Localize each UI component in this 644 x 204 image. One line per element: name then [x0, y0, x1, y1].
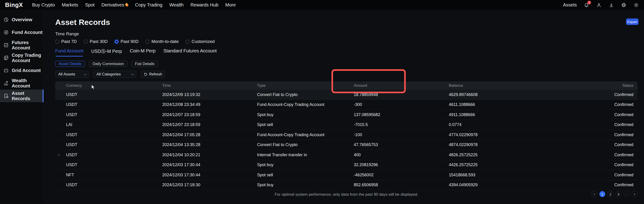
subtab-asset-details[interactable]: Asset Details — [55, 61, 85, 67]
pagination-pages: 123 — [599, 191, 622, 197]
notifications-bell-icon[interactable]: 1 — [584, 2, 589, 8]
pagination-page-button[interactable]: 2 — [608, 191, 614, 197]
cell-currency: USDT — [66, 112, 77, 117]
pagination-page-button[interactable]: 3 — [616, 191, 622, 197]
cell-currency: USDT — [66, 162, 77, 167]
theme-toggle-icon[interactable] — [634, 2, 639, 8]
cell-amount: -300 — [354, 102, 449, 107]
nav-right-group: Assets 1 — [563, 2, 639, 8]
cell-status: Confirmed — [598, 162, 638, 167]
col-time: Time — [162, 83, 257, 88]
cell-balance: 4826.25725225 — [449, 153, 598, 157]
pagination-page-button[interactable]: 1 — [599, 191, 605, 197]
main-nav: Buy Crypto Markets Spot Derivatives Copy… — [32, 2, 236, 8]
col-currency: Currency — [55, 83, 162, 88]
cell-amount: -46256002 — [354, 173, 449, 177]
refresh-button[interactable]: Refresh — [141, 71, 165, 78]
pagination-next-button[interactable]: › — [632, 191, 638, 197]
filter-row: All Assets All Categories Refresh — [55, 71, 638, 78]
cell-status: Confirmed — [598, 153, 638, 157]
cell-time: 2024/12/04 13:35:28 — [162, 142, 257, 147]
cell-status: Confirmed — [598, 122, 638, 127]
sidebar-item-asset-records[interactable]: Asset Records — [0, 89, 44, 102]
table-row[interactable]: ›USDT 2024/12/08 23:34:49 Fund Account-C… — [55, 100, 638, 110]
table-row[interactable]: ›USDT 2024/12/04 10:20:21 Internal Trans… — [55, 150, 638, 160]
radio-month-to-date[interactable]: Month-to-date — [146, 39, 178, 44]
radio-past-30d[interactable]: Past 30D — [84, 39, 108, 44]
cell-currency: USDT — [66, 182, 77, 187]
bingx-logo[interactable]: BingX — [5, 2, 23, 9]
cell-balance: 4911.1088666 — [449, 112, 598, 117]
cell-type: Convert Fiat to Crypto — [257, 142, 354, 147]
nav-spot[interactable]: Spot — [85, 2, 94, 8]
download-app-icon[interactable] — [608, 2, 614, 8]
table-header: Currency Time Type Amount Balance Status — [55, 81, 638, 90]
col-balance: Balance — [449, 83, 598, 88]
table-row[interactable]: ›USDT 2024/12/04 13:35:28 Convert Fiat t… — [55, 140, 638, 150]
cell-time: 2024/12/07 23:18:59 — [162, 122, 257, 127]
radio-dot — [55, 40, 59, 44]
sidebar-item-wealth-account[interactable]: Wealth Account — [0, 77, 44, 89]
radio-past-7d[interactable]: Past 7D — [55, 39, 77, 44]
tab-usds-m-perp[interactable]: USDⓈ-M Perp — [91, 48, 122, 57]
col-type: Type — [257, 83, 354, 88]
tab-coin-m-perp[interactable]: Coin-M Perp — [130, 48, 156, 57]
nav-derivatives[interactable]: Derivatives — [102, 2, 128, 8]
tab-fund-account[interactable]: Fund Account — [55, 48, 83, 57]
nav-wealth[interactable]: Wealth — [170, 2, 184, 8]
radio-dot — [186, 40, 190, 44]
cell-currency: USDT — [66, 133, 77, 137]
cell-currency: USDT — [66, 102, 77, 107]
nav-markets[interactable]: Markets — [62, 2, 78, 8]
table-row[interactable]: ›LAI 2024/12/07 23:18:59 Spot sell -7015… — [55, 120, 638, 130]
asset-filter-select[interactable]: All Assets — [55, 71, 89, 78]
category-filter-select[interactable]: All Categories — [94, 71, 136, 78]
expand-chevron-icon[interactable]: › — [58, 152, 60, 157]
futures-account-icon — [4, 42, 9, 48]
cell-time: 2024/12/03 17:18:30 — [162, 182, 257, 187]
grid-account-icon — [4, 68, 9, 73]
tab-standard-futures-account[interactable]: Standard Futures Account — [164, 48, 216, 57]
table-row[interactable]: ›USDT 2024/12/04 17:05:28 Fund Account-C… — [55, 130, 638, 140]
nav-rewards-hub[interactable]: Rewards Hub — [190, 2, 218, 8]
nav-more[interactable]: More — [225, 2, 236, 8]
cell-amount: 400 — [354, 153, 449, 157]
table-row[interactable]: ›USDT 2024/12/03 17:18:30 Spot buy 852.6… — [55, 180, 638, 190]
radio-customized[interactable]: Customized — [186, 39, 214, 44]
table-row[interactable]: ›USDT 2024/12/07 23:18:59 Spot buy 137.0… — [55, 110, 638, 120]
profile-icon[interactable] — [596, 2, 602, 8]
subtab-daily-commission[interactable]: Daily Commission — [89, 61, 127, 67]
cell-time: 2024/12/03 17:30:44 — [162, 173, 257, 177]
table-row[interactable]: ›NFT 2024/12/03 17:30:44 Spot sell -4625… — [55, 170, 638, 180]
cell-type: Spot buy — [257, 112, 354, 117]
cell-amount: 852.6506958 — [354, 182, 449, 187]
overview-icon — [4, 17, 9, 22]
sidebar-item-futures-account[interactable]: Futures Account — [0, 39, 44, 51]
time-range-options: Past 7D Past 30D Past 90D Month-to-date … — [55, 39, 638, 44]
nav-copy-trading[interactable]: Copy Trading — [135, 2, 162, 8]
cell-amount: -100 — [354, 133, 449, 137]
radio-past-90d[interactable]: Past 90D — [114, 39, 138, 44]
subtab-fiat-details[interactable]: Fiat Details — [132, 61, 158, 67]
col-status: Status — [598, 83, 638, 88]
cell-balance: 4874.02290978 — [449, 142, 598, 147]
cell-balance: 15418668.593 — [449, 173, 598, 177]
pagination-ellipsis-button[interactable]: ··· — [624, 191, 630, 197]
pagination-prev-button[interactable]: ‹ — [591, 191, 597, 197]
export-button[interactable]: Export — [626, 19, 638, 25]
sidebar-item-copy-trading-account[interactable]: Copy Trading Account — [0, 51, 44, 64]
nav-buy-crypto[interactable]: Buy Crypto — [32, 2, 55, 8]
table-row[interactable]: ›USDT 2024/12/03 17:30:44 Spot buy 32.20… — [55, 160, 638, 170]
cell-currency: USDT — [66, 142, 77, 147]
sidebar-item-grid-account[interactable]: Grid Account — [0, 64, 44, 77]
sidebar-item-overview[interactable]: Overview — [0, 13, 44, 26]
language-globe-icon[interactable] — [621, 2, 626, 8]
cell-time: 2024/12/09 13:19:32 — [162, 92, 257, 97]
table-row[interactable]: ›USDT 2024/12/09 13:19:32 Convert Fiat t… — [55, 90, 638, 100]
page-title: Asset Records — [55, 18, 638, 27]
cell-amount: -7015.5 — [354, 122, 449, 127]
assets-menu[interactable]: Assets — [563, 2, 577, 8]
sidebar-item-fund-account[interactable]: Fund Account — [0, 26, 44, 39]
cell-time: 2024/12/04 10:20:21 — [162, 153, 257, 157]
cell-status: Confirmed — [598, 142, 638, 147]
